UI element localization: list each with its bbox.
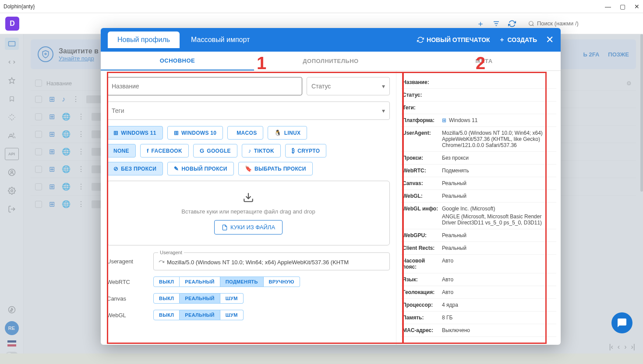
os-windows-11[interactable]: ⊞WINDOWS 11 xyxy=(107,126,163,140)
facebook-icon: f xyxy=(147,147,149,154)
new-fingerprint-button[interactable]: НОВЫЙ ОТПЕЧАТОК xyxy=(417,36,490,43)
download-icon xyxy=(243,192,254,203)
webgl-noise[interactable]: ШУМ xyxy=(220,310,244,320)
filter-icon[interactable] xyxy=(492,20,500,28)
webrtc-label: WebRTC xyxy=(107,279,146,285)
annotation-number-2: 2 xyxy=(476,53,485,73)
proxy-selector: ⊘БЕЗ ПРОКСИ ✎НОВЫЙ ПРОКСИ 🔖ВЫБРАТЬ ПРОКС… xyxy=(107,162,390,175)
chevron-down-icon: ▾ xyxy=(382,83,385,90)
chat-bubble[interactable] xyxy=(611,312,632,333)
summary-platform-value: ⊞Windows 11 xyxy=(442,117,555,123)
canvas-label: Canvas xyxy=(107,295,146,302)
os-windows-10[interactable]: ⊞WINDOWS 10 xyxy=(167,126,223,140)
summary-panel: Название: Статус: Теги: Платформа:⊞Windo… xyxy=(396,71,561,345)
refresh-icon[interactable] xyxy=(158,260,164,266)
modal-header: Новый профиль Массовый импорт НОВЫЙ ОТПЕ… xyxy=(101,28,561,52)
os-selector: ⊞WINDOWS 11 ⊞WINDOWS 10 MACOS 🐧LINUX xyxy=(107,126,390,140)
webrtc-manual[interactable]: ВРУЧНУЮ xyxy=(264,276,300,287)
site-facebook[interactable]: fFACEBOOK xyxy=(140,144,189,158)
minimize-button[interactable]: — xyxy=(605,3,611,10)
webrtc-real[interactable]: РЕАЛЬНЫЙ xyxy=(180,276,220,287)
useragent-field[interactable]: Useragent Mozilla/5.0 (Windows NT 10.0; … xyxy=(153,252,390,270)
tab-mass-import[interactable]: Массовый импорт xyxy=(181,32,259,48)
svg-point-3 xyxy=(529,21,533,25)
proxy-none[interactable]: ⊘БЕЗ ПРОКСИ xyxy=(107,162,163,175)
chevron-down-icon: ▾ xyxy=(382,107,385,114)
summary-webglinfo: Google Inc. (Microsoft)ANGLE (Microsoft,… xyxy=(442,206,555,226)
window-controls: — ▢ ✕ xyxy=(605,3,639,10)
useragent-value: Mozilla/5.0 (Windows NT 10.0; Win64; x64… xyxy=(167,259,385,266)
tab-new-profile[interactable]: Новый профиль xyxy=(108,32,180,48)
webgl-off[interactable]: ВЫКЛ xyxy=(153,310,180,320)
canvas-noise[interactable]: ШУМ xyxy=(220,293,244,304)
site-tiktok[interactable]: ♪TIKTOK xyxy=(242,144,281,158)
edit-icon: ✎ xyxy=(174,165,179,172)
no-proxy-icon: ⊘ xyxy=(113,165,118,172)
os-macos[interactable]: MACOS xyxy=(227,126,263,140)
add-icon[interactable]: ＋ xyxy=(477,18,484,29)
annotation-number-1: 1 xyxy=(257,53,266,73)
proxy-select[interactable]: 🔖ВЫБРАТЬ ПРОКСИ xyxy=(238,162,313,175)
webrtc-replace[interactable]: ПОДМЕНЯТЬ xyxy=(220,276,264,287)
refresh-icon xyxy=(417,36,424,43)
search-input[interactable] xyxy=(537,20,633,27)
proxy-new[interactable]: ✎НОВЫЙ ПРОКСИ xyxy=(167,162,234,175)
site-crypto[interactable]: ₿CRYPTO xyxy=(285,144,326,158)
windows-icon: ⊞ xyxy=(174,130,179,136)
maximize-button[interactable]: ▢ xyxy=(620,3,625,10)
linux-icon: 🐧 xyxy=(274,130,281,136)
plus-icon: ＋ xyxy=(499,36,505,44)
webgl-label: WebGL xyxy=(107,312,146,318)
subtab-main[interactable]: ОСНОВНОЕ xyxy=(101,52,254,70)
windows-icon: ⊞ xyxy=(113,130,118,136)
site-none[interactable]: NONE xyxy=(107,144,136,158)
windows-icon: ⊞ xyxy=(442,117,446,123)
webgl-real[interactable]: РЕАЛЬНЫЙ xyxy=(180,310,220,320)
status-select[interactable]: Статус ▾ xyxy=(307,77,390,95)
canvas-off[interactable]: ВЫКЛ xyxy=(153,293,180,304)
svg-line-4 xyxy=(533,24,534,26)
titlebar: Dolphin{anty} — ▢ ✕ xyxy=(0,0,643,13)
canvas-real[interactable]: РЕАЛЬНЫЙ xyxy=(180,293,220,304)
cookies-dropzone[interactable]: Вставьте куки или перетащите файл drag a… xyxy=(107,181,390,245)
name-input[interactable] xyxy=(107,77,302,95)
webgl-seggroup: ВЫКЛ РЕАЛЬНЫЙ ШУМ xyxy=(153,310,244,320)
webrtc-off[interactable]: ВЫКЛ xyxy=(153,276,180,287)
bitcoin-icon: ₿ xyxy=(292,147,295,154)
subtab-advanced[interactable]: ДОПОЛНИТЕЛЬНО xyxy=(254,52,407,70)
app-logo: D xyxy=(5,17,19,31)
site-selector: NONE fFACEBOOK GGOOGLE ♪TIKTOK ₿CRYPTO xyxy=(107,144,390,158)
dropzone-text: Вставьте куки или перетащите файл drag a… xyxy=(181,208,315,215)
create-button[interactable]: ＋ СОЗДАТЬ xyxy=(499,36,537,44)
site-google[interactable]: GGOOGLE xyxy=(193,144,237,158)
modal-new-profile: Новый профиль Массовый импорт НОВЫЙ ОТПЕ… xyxy=(101,28,561,345)
window-title: Dolphin{anty} xyxy=(4,4,35,10)
tags-input[interactable]: Теги ▾ xyxy=(107,102,390,120)
google-icon: G xyxy=(200,147,204,154)
tiktok-icon: ♪ xyxy=(248,147,251,154)
useragent-label: Useragent xyxy=(107,258,146,265)
chat-icon xyxy=(617,318,627,328)
close-window-button[interactable]: ✕ xyxy=(634,3,639,10)
cookies-from-file-button[interactable]: КУКИ ИЗ ФАЙЛА xyxy=(214,220,283,234)
form-panel: Статус ▾ Теги ▾ ⊞WINDOWS 11 ⊞WINDOWS 10 … xyxy=(101,71,396,345)
search-box[interactable] xyxy=(524,18,638,28)
search-icon xyxy=(528,21,534,27)
webrtc-seggroup: ВЫКЛ РЕАЛЬНЫЙ ПОДМЕНЯТЬ ВРУЧНУЮ xyxy=(153,276,300,287)
modal-subtabs: ОСНОВНОЕ ДОПОЛНИТЕЛЬНО ІКЕТА xyxy=(101,52,561,71)
os-linux[interactable]: 🐧LINUX xyxy=(268,126,307,140)
bookmark-icon: 🔖 xyxy=(245,165,252,172)
canvas-seggroup: ВЫКЛ РЕАЛЬНЫЙ ШУМ xyxy=(153,293,244,304)
file-icon xyxy=(222,224,228,231)
refresh-icon[interactable] xyxy=(508,20,516,28)
close-icon[interactable]: ✕ xyxy=(546,34,554,46)
